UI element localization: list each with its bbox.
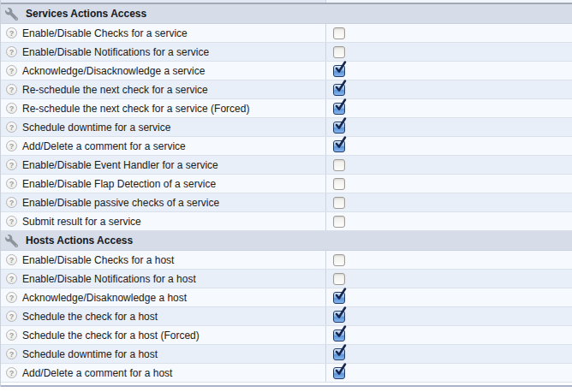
row-label: Re-schedule the next check for a service… — [22, 103, 249, 115]
row-label-cell: ? Enable/Disable Event Handler for a ser… — [1, 156, 325, 174]
table-row: ? Enable/Disable Notifications for a ser… — [1, 43, 572, 62]
question-mark-icon[interactable]: ? — [6, 46, 17, 57]
row-label-cell: ? Schedule the check for a host (Forced) — [1, 326, 325, 344]
question-mark-glyph: ? — [9, 199, 15, 207]
row-label-cell: ? Enable/Disable Checks for a service — [1, 24, 325, 42]
row-label: Acknowledge/Disaknowledge a host — [22, 292, 187, 304]
question-mark-icon[interactable]: ? — [6, 273, 17, 284]
table-row: ? Enable/Disable passive checks of a ser… — [1, 193, 572, 212]
row-checkbox[interactable] — [333, 311, 345, 323]
row-label: Enable/Disable Checks for a host — [22, 254, 174, 266]
table-row: ? Schedule the check for a host — [1, 307, 572, 326]
row-checkbox-cell — [325, 80, 572, 98]
checkmark-icon — [334, 98, 348, 112]
question-mark-icon[interactable]: ? — [6, 122, 17, 133]
row-label-cell: ? Enable/Disable Notifications for a hos… — [1, 270, 325, 288]
row-checkbox[interactable] — [333, 330, 345, 342]
row-checkbox-cell — [325, 175, 572, 193]
table-row: ? Schedule the check for a host (Forced) — [1, 326, 572, 345]
table-row: ? Enable/Disable Checks for a host — [1, 251, 572, 270]
row-checkbox-cell — [325, 43, 572, 61]
table-row: ? Enable/Disable Flap Detection of a ser… — [1, 175, 572, 193]
question-mark-glyph: ? — [9, 294, 15, 302]
question-mark-icon[interactable]: ? — [6, 103, 17, 114]
row-checkbox[interactable] — [333, 140, 345, 152]
row-checkbox[interactable] — [333, 84, 345, 96]
table-row: ? Acknowledge/Disacknowledge a service — [1, 62, 572, 80]
row-checkbox[interactable] — [333, 367, 345, 379]
row-label: Add/Delete a comment for a host — [22, 367, 172, 379]
question-mark-icon[interactable]: ? — [6, 216, 17, 227]
partial-row-above — [1, 0, 572, 3]
row-checkbox-cell — [325, 345, 572, 363]
row-label-cell: ? Schedule downtime for a host — [1, 345, 325, 363]
question-mark-glyph: ? — [9, 369, 15, 377]
row-label: Schedule downtime for a service — [22, 122, 170, 134]
row-label-cell: ? Schedule downtime for a service — [1, 118, 325, 136]
row-checkbox[interactable] — [333, 46, 345, 58]
row-checkbox-cell — [325, 24, 572, 42]
row-checkbox[interactable] — [333, 254, 345, 266]
table-row: ? Add/Delete a comment for a host — [1, 364, 572, 383]
row-label: Schedule downtime for a host — [22, 348, 158, 360]
checkmark-icon — [334, 61, 348, 74]
checkmark-icon — [334, 136, 348, 150]
row-label-cell: ? Re-schedule the next check for a servi… — [1, 80, 325, 98]
row-checkbox-cell — [325, 156, 572, 174]
row-checkbox[interactable] — [333, 197, 345, 209]
table-row: ? Enable/Disable Checks for a service — [1, 24, 572, 43]
question-mark-glyph: ? — [9, 312, 15, 321]
question-mark-icon[interactable]: ? — [6, 292, 17, 303]
wrench-icon — [5, 235, 18, 247]
question-mark-glyph: ? — [9, 48, 15, 56]
row-checkbox-cell — [325, 62, 572, 80]
row-label-cell: ? Add/Delete a comment for a host — [1, 364, 325, 382]
row-label-cell: ? Acknowledge/Disacknowledge a service — [1, 62, 325, 80]
checkmark-icon — [334, 325, 348, 339]
table-row: ? Acknowledge/Disaknowledge a host — [1, 288, 572, 307]
row-checkbox-cell — [325, 270, 572, 288]
table-row: ? Submit result for a service — [1, 212, 572, 231]
row-label-cell: ? Enable/Disable passive checks of a ser… — [1, 193, 325, 211]
table-row: ? Enable/Disable Notifications for a hos… — [1, 270, 572, 288]
question-mark-icon[interactable]: ? — [6, 178, 17, 189]
question-mark-icon[interactable]: ? — [6, 27, 17, 39]
row-checkbox[interactable] — [333, 27, 345, 39]
row-checkbox[interactable] — [333, 103, 345, 115]
row-checkbox-cell — [325, 251, 572, 269]
question-mark-glyph: ? — [9, 142, 15, 151]
question-mark-glyph: ? — [9, 104, 15, 113]
question-mark-icon[interactable]: ? — [6, 348, 17, 359]
row-label: Schedule the check for a host (Forced) — [22, 330, 200, 342]
bottom-border-rule — [1, 385, 572, 387]
row-checkbox[interactable] — [333, 216, 345, 228]
table-row: ? Enable/Disable Event Handler for a ser… — [1, 156, 572, 175]
wrench-icon — [5, 8, 18, 21]
question-mark-icon[interactable]: ? — [6, 254, 17, 265]
partial-row-checkbox-cell — [325, 0, 572, 3]
question-mark-icon[interactable]: ? — [6, 330, 17, 341]
table-row: ? Re-schedule the next check for a servi… — [1, 99, 572, 118]
row-checkbox[interactable] — [333, 65, 345, 77]
question-mark-icon[interactable]: ? — [6, 84, 17, 95]
row-label: Enable/Disable Checks for a service — [22, 27, 188, 39]
row-checkbox[interactable] — [333, 178, 345, 190]
question-mark-glyph: ? — [9, 256, 15, 264]
question-mark-icon[interactable]: ? — [6, 159, 17, 170]
row-checkbox[interactable] — [333, 273, 345, 285]
checkmark-icon — [334, 344, 348, 358]
question-mark-icon[interactable]: ? — [6, 140, 17, 151]
question-mark-glyph: ? — [9, 217, 15, 226]
section-title: Services Actions Access — [26, 8, 146, 20]
row-checkbox-cell — [325, 212, 572, 230]
row-checkbox[interactable] — [333, 292, 345, 304]
row-checkbox[interactable] — [333, 122, 345, 134]
question-mark-icon[interactable]: ? — [6, 311, 17, 322]
question-mark-icon[interactable]: ? — [6, 367, 17, 378]
row-checkbox[interactable] — [333, 159, 345, 171]
question-mark-icon[interactable]: ? — [6, 65, 17, 76]
row-label-cell: ? Enable/Disable Notifications for a ser… — [1, 43, 325, 61]
checkmark-icon — [334, 80, 348, 93]
row-checkbox[interactable] — [333, 348, 345, 360]
question-mark-icon[interactable]: ? — [6, 197, 17, 208]
